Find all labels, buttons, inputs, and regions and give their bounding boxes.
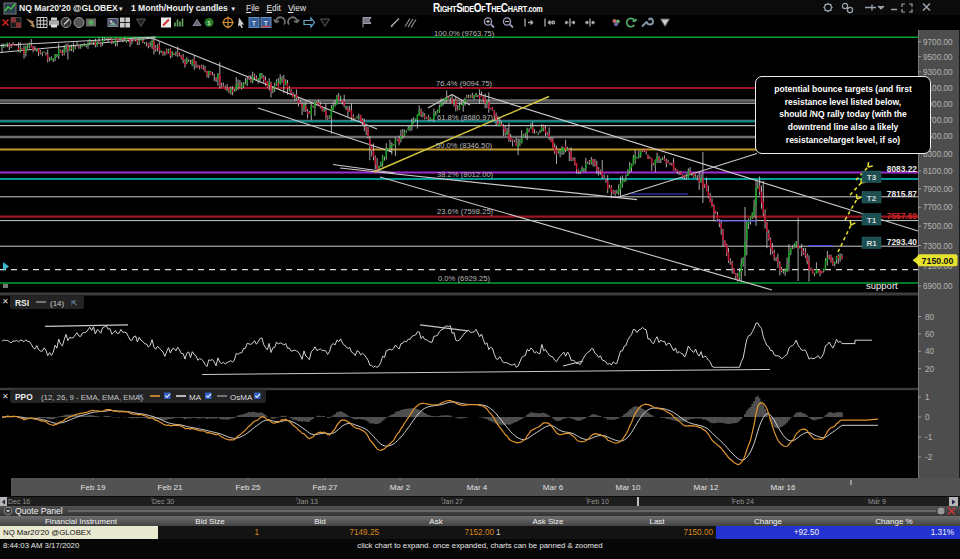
svg-text:RSI: RSI: [15, 298, 29, 308]
svg-text:20: 20: [925, 365, 935, 374]
svg-text:MA: MA: [189, 393, 202, 402]
svg-text:T: T: [252, 20, 257, 27]
svg-text:R1: R1: [866, 239, 877, 248]
svg-text:8100.00: 8100.00: [923, 167, 953, 176]
svg-text:✕: ✕: [2, 392, 9, 401]
svg-text:23.6% (7598.25): 23.6% (7598.25): [437, 207, 494, 216]
svg-text:1: 1: [925, 393, 930, 402]
svg-text:6900.00: 6900.00: [923, 282, 953, 291]
svg-text:61.8% (8680.97): 61.8% (8680.97): [437, 113, 494, 122]
svg-text:T: T: [264, 20, 269, 27]
svg-text:7700.00: 7700.00: [923, 203, 953, 212]
svg-text:T1: T1: [867, 216, 877, 225]
svg-text:7293.40: 7293.40: [887, 237, 918, 247]
svg-text:7815.87: 7815.87: [887, 189, 918, 199]
svg-text:7900.00: 7900.00: [923, 185, 953, 194]
svg-text:100.0% (9763.75): 100.0% (9763.75): [434, 30, 495, 38]
svg-text:0.0% (6929.25): 0.0% (6929.25): [438, 274, 490, 283]
svg-text:OsMA: OsMA: [230, 393, 253, 402]
svg-text:-1: -1: [925, 433, 933, 442]
svg-text:9300.00: 9300.00: [923, 68, 953, 77]
svg-text:(12, 26, 9 - EMA, EMA, EMA): (12, 26, 9 - EMA, EMA, EMA): [41, 393, 143, 402]
svg-text:60: 60: [925, 330, 935, 339]
svg-text:38.2% (8012.00): 38.2% (8012.00): [437, 170, 494, 179]
svg-text:50.0% (8346.50): 50.0% (8346.50): [436, 141, 493, 150]
svg-text:-2: -2: [925, 453, 933, 462]
svg-text:T3: T3: [867, 173, 877, 182]
svg-text:T2: T2: [867, 194, 877, 203]
svg-text:40: 40: [925, 347, 935, 356]
svg-text:76.4% (9094.75): 76.4% (9094.75): [436, 79, 493, 88]
svg-text:8083.22: 8083.22: [887, 164, 918, 174]
svg-text:⇱: ⇱: [71, 299, 78, 308]
svg-text:⇱: ⇱: [138, 393, 145, 402]
svg-text:PPO: PPO: [15, 392, 33, 402]
svg-text:0: 0: [925, 413, 930, 422]
svg-text:support: support: [866, 280, 898, 291]
svg-text:Quote Panel: Quote Panel: [15, 506, 63, 516]
svg-text:9500.00: 9500.00: [923, 53, 953, 62]
svg-text:7150.00: 7150.00: [922, 256, 954, 266]
svg-text:7500.00: 7500.00: [923, 222, 953, 231]
svg-text:7557.69: 7557.69: [887, 211, 918, 221]
svg-text:80: 80: [925, 313, 935, 322]
svg-text:(14): (14): [50, 299, 65, 308]
svg-text:✕: ✕: [2, 297, 9, 306]
svg-text:7300.00: 7300.00: [923, 242, 953, 251]
svg-text:9700.00: 9700.00: [923, 38, 953, 47]
